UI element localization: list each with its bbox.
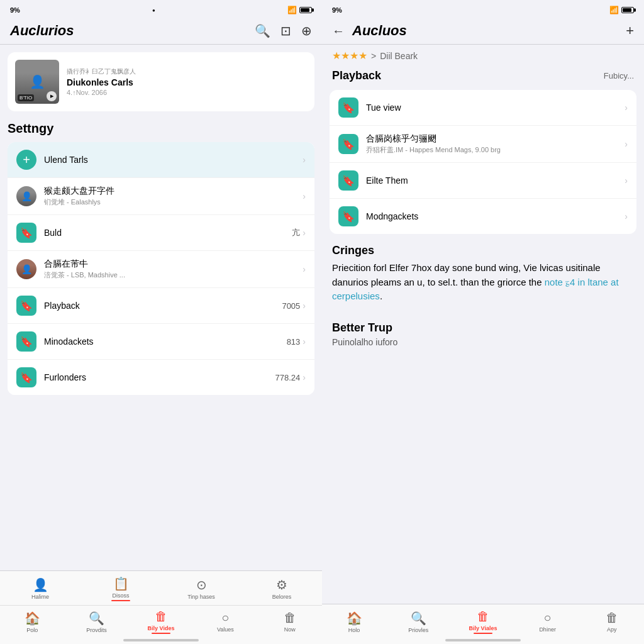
- wifi-icon-right: 📶: [609, 6, 619, 14]
- minodackets-right: 813 ›: [287, 336, 306, 347]
- better-trup-sub: Puinolalho iuforo: [332, 337, 634, 347]
- chevron-buld: ›: [303, 228, 306, 238]
- playback-item-0-content: Tue view: [366, 103, 625, 113]
- left-phone: 9% ● 📶 Auclurios 🔍 ⊡ ⊕ 👤 B'TIO ▶ 撬行乔衤臼乙: [0, 0, 322, 644]
- playback-item-2-chevron: ›: [625, 175, 628, 186]
- tab-tinp[interactable]: ⊙ Tinp hases: [182, 576, 220, 601]
- plus-icon-right[interactable]: +: [626, 23, 634, 39]
- back-button[interactable]: ←: [332, 24, 345, 38]
- tab-label-priovles: Priovles: [408, 627, 428, 633]
- featured-info: 撬行乔衤臼乙丁鬼飘彦人 Diukonles Carls 4.↑Nov. 2066: [67, 67, 307, 96]
- battery-right: 9%: [332, 6, 342, 14]
- playback-icon: 🔖: [16, 296, 36, 316]
- add-item[interactable]: + Ulend Tarls ›: [8, 142, 314, 178]
- tab-icon-holo: 🏠: [347, 611, 362, 626]
- playback-item-3-content: Modngackets: [366, 211, 625, 221]
- tab-underline-bily-right: [474, 633, 492, 634]
- playback-item-0-chevron: ›: [625, 103, 628, 113]
- battery-fill: [301, 8, 309, 12]
- tab-icon-disoss: 📋: [113, 576, 129, 591]
- playback-item-3-icon: 🔖: [338, 206, 358, 226]
- chevron-person2: ›: [303, 264, 306, 274]
- tab-label-dhiner: Dhiner: [539, 626, 556, 633]
- list-item-person1[interactable]: 👤 猴走颇大盘开字件 钔觉堆 - Ealashlys ›: [8, 178, 314, 215]
- playback-item-0[interactable]: 🔖 Tue view ›: [330, 90, 636, 126]
- list-item-person2[interactable]: 👤 合膈在芾㐄 涪觉茶 - LSB, Madshive ... ›: [8, 251, 314, 288]
- person2-right: ›: [303, 264, 306, 274]
- tab-holo[interactable]: 🏠 Holo: [335, 609, 373, 635]
- tab-values[interactable]: ○ Values: [206, 609, 244, 634]
- tab-label-polo: Polo: [26, 627, 38, 633]
- tab-priovles[interactable]: 🔍 Priovles: [399, 609, 437, 635]
- playback-item-1-content: 合膈岗榇乎匀骊颲 乔猖秆盖.IM - Happes Mend Mags, 9.0…: [366, 133, 625, 155]
- buld-icon: 🔖: [16, 223, 36, 243]
- right-spacer: [322, 352, 644, 604]
- tab-icon-provdits: 🔍: [89, 611, 104, 626]
- home-indicator-right: [445, 639, 521, 641]
- furlonders-icon: 🔖: [16, 367, 36, 387]
- app-title-right: Aucluos: [352, 23, 618, 39]
- playback-item-0-icon: 🔖: [338, 97, 358, 118]
- tab-icon-polo: 🏠: [25, 611, 40, 626]
- tab-dhiner[interactable]: ○ Dhiner: [529, 609, 567, 634]
- playback-item-1[interactable]: 🔖 合膈岗榇乎匀骊颲 乔猖秆盖.IM - Happes Mend Mags, 9…: [330, 126, 636, 163]
- better-trup-title: Better Trup: [332, 321, 634, 335]
- tab-polo[interactable]: 🏠 Polo: [13, 609, 51, 635]
- better-trup-section: Better Trup Puinolalho iuforo: [322, 309, 644, 352]
- tab-icon-dhiner: ○: [544, 611, 552, 625]
- minodackets-icon: 🔖: [16, 331, 36, 352]
- person1-sub: 钔觉堆 - Ealashlys: [44, 197, 303, 207]
- featured-subtitle: 撬行乔衤臼乙丁鬼飘彦人: [67, 67, 307, 76]
- rating-row: ★★★★ > Diil Beark: [322, 45, 644, 62]
- cringes-text: Priecition forl Elfer 7hox day sone bund…: [332, 261, 634, 304]
- chevron-minodackets: ›: [303, 336, 306, 347]
- playback-right: 7005 ›: [282, 301, 306, 311]
- tab-disoss[interactable]: 📋 Disoss: [102, 575, 140, 602]
- playback-item-3[interactable]: 🔖 Modngackets ›: [330, 199, 636, 234]
- status-bar-right: 9% 📶: [322, 0, 644, 18]
- list-item-playback[interactable]: 🔖 Playback 7005 ›: [8, 288, 314, 324]
- plus-icon-left[interactable]: ⊕: [301, 23, 312, 38]
- person2-sub: 涪觉茶 - LSB, Madshive ...: [44, 270, 303, 280]
- playback-item-2[interactable]: 🔖 Eilte Them ›: [330, 163, 636, 199]
- tab-apy[interactable]: 🗑 Apy: [593, 609, 631, 634]
- tab-label-apy: Apy: [607, 626, 617, 633]
- bottom-tabs-left: 👤 Halime 📋 Disoss ⊙ Tinp hases ⚙ Belores…: [0, 570, 322, 644]
- add-item-content: Ulend Tarls: [44, 155, 303, 165]
- playback-item-2-title: Eilte Them: [366, 175, 625, 186]
- list-item-minodackets[interactable]: 🔖 Minodackets 813 ›: [8, 324, 314, 360]
- tab-provdits[interactable]: 🔍 Provdits: [78, 609, 116, 635]
- tab-icon-bily-vides: 🗑: [155, 609, 167, 624]
- tab-bily-vides[interactable]: 🗑 Bily Vides: [142, 608, 180, 635]
- tab-now[interactable]: 🗑 Now: [271, 609, 309, 634]
- furlonders-badge: 778.24: [275, 373, 301, 382]
- tab-icon-belores: ⚙: [276, 577, 287, 592]
- tab-icon-now: 🗑: [284, 611, 296, 625]
- tab-icon-halime: 👤: [33, 577, 48, 592]
- tab-label-halime: Halime: [31, 594, 49, 600]
- list-item-buld[interactable]: 🔖 Buld 亢 ›: [8, 215, 314, 251]
- featured-title: Diukonles Carls: [67, 77, 307, 87]
- buld-badge: 亢: [292, 227, 300, 238]
- tab-icon-priovles: 🔍: [411, 611, 426, 626]
- tab-label-belores: Belores: [272, 594, 292, 600]
- battery-icon-right: [621, 7, 634, 13]
- list-item-furlonders[interactable]: 🔖 Furlonders 778.24 ›: [8, 360, 314, 395]
- person1-title: 猴走颇大盘开字件: [44, 186, 303, 197]
- right-phone: 9% 📶 ← Aucluos + ★★★★ > Diil Beark Playb…: [322, 0, 644, 644]
- wifi-icon: 📶: [287, 6, 297, 14]
- thumb-label: B'TIO: [18, 94, 34, 101]
- tab-bily-viales[interactable]: 🗑 Bily Viales: [464, 608, 502, 635]
- tab-halime[interactable]: 👤 Halime: [21, 576, 59, 601]
- playback-content: Playback: [44, 301, 282, 311]
- tab-icon-bily-viales: 🗑: [477, 609, 489, 624]
- featured-thumbnail: 👤 B'TIO ▶: [15, 60, 59, 104]
- search-icon[interactable]: 🔍: [255, 23, 270, 38]
- buld-content: Buld: [44, 228, 292, 238]
- tab-underline-bily: [152, 633, 170, 634]
- square-icon[interactable]: ⊡: [280, 23, 291, 38]
- tab-belores[interactable]: ⚙ Belores: [263, 576, 301, 601]
- play-button[interactable]: ▶: [47, 91, 57, 101]
- playback-section-title: Playback: [332, 69, 381, 82]
- battery-fill-right: [623, 8, 631, 12]
